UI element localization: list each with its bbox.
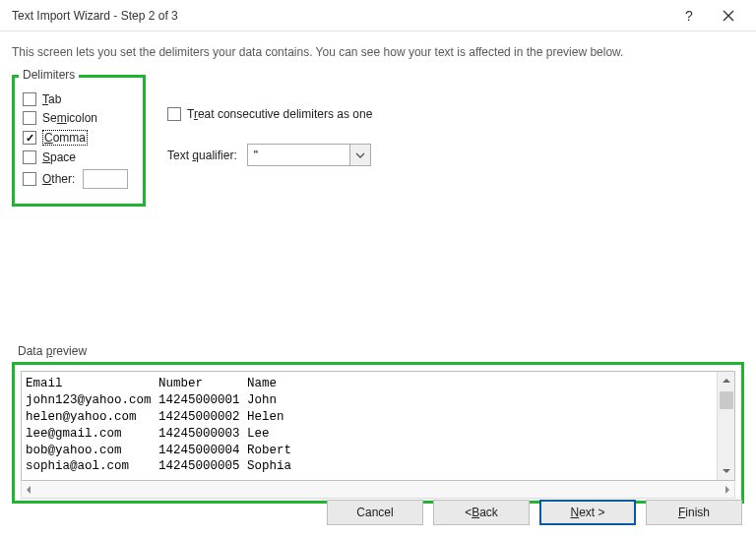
window-title: Text Import Wizard - Step 2 of 3 [12,9,669,23]
wizard-buttons: Cancel < Back Next > Finish [0,490,756,537]
delimiter-space-row[interactable]: Space [23,150,135,164]
checkbox-tab[interactable] [23,92,36,106]
checkbox-semicolon[interactable] [23,111,36,125]
checkbox-other[interactable] [23,172,36,186]
checkbox-treat-consecutive[interactable] [167,107,181,121]
checkbox-comma[interactable] [23,131,36,145]
delimiters-group: Delimiters Tab Semicolon Comma Space Oth… [12,75,146,207]
label-semicolon: Semicolon [42,111,97,125]
delimiters-legend: Delimiters [19,68,79,82]
delimiter-tab-row[interactable]: Tab [23,92,135,106]
titlebar: Text Import Wizard - Step 2 of 3 ? [0,0,756,31]
scroll-down-button[interactable] [718,462,734,480]
checkbox-space[interactable] [23,150,36,164]
chevron-up-icon [722,378,731,384]
scroll-thumb[interactable] [720,391,733,409]
close-button[interactable] [709,0,748,31]
label-space: Space [42,150,76,164]
data-preview-box: Email Number Name john123@yahoo.com 1424… [21,371,735,481]
vertical-scrollbar[interactable] [717,372,734,480]
delimiter-other-row[interactable]: Other: [23,169,135,189]
chevron-down-icon [722,468,731,474]
label-comma: Comma [42,130,88,146]
help-button[interactable]: ? [669,0,709,31]
close-icon [723,10,734,22]
text-qualifier-dropdown-button[interactable] [349,144,371,166]
label-treat-consecutive: Treat consecutive delimiters as one [187,107,372,121]
scroll-up-button[interactable] [718,372,734,389]
data-preview-frame: Email Number Name john123@yahoo.com 1424… [12,362,744,504]
finish-button[interactable]: Finish [646,500,742,525]
other-delimiter-input[interactable] [83,169,128,189]
wizard-description: This screen lets you set the delimiters … [0,31,756,65]
back-button[interactable]: < Back [433,500,530,525]
text-qualifier-row: Text qualifier: " [167,144,372,166]
label-other: Other: [42,172,75,186]
next-button[interactable]: Next > [539,500,636,525]
cancel-button[interactable]: Cancel [327,500,423,525]
label-text-qualifier: Text qualifier: [167,149,237,162]
treat-consecutive-row[interactable]: Treat consecutive delimiters as one [167,107,372,121]
label-tab: Tab [42,92,61,106]
delimiter-comma-row[interactable]: Comma [23,130,135,146]
text-qualifier-value[interactable]: " [247,144,349,166]
data-preview-text: Email Number Name john123@yahoo.com 1424… [22,372,717,480]
data-preview-label: Data preview [12,344,744,362]
chevron-down-icon [355,152,365,158]
delimiter-semicolon-row[interactable]: Semicolon [23,111,135,125]
text-qualifier-combo[interactable]: " [247,144,371,166]
